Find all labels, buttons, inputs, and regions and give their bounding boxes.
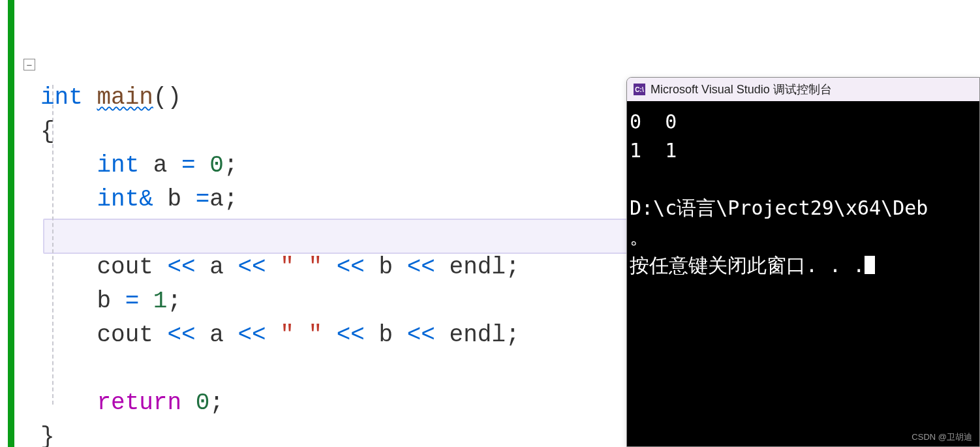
operator-stream: << bbox=[237, 254, 266, 281]
brace-open: { bbox=[40, 118, 55, 145]
keyword-int: int bbox=[97, 186, 139, 213]
operator-assign: = bbox=[181, 152, 196, 179]
ident-b: b bbox=[153, 186, 196, 213]
ident-endl: endl bbox=[435, 254, 506, 281]
watermark: CSDN @卫胡迪 bbox=[911, 431, 972, 443]
ident-a: a bbox=[209, 186, 224, 213]
ident-cout: cout bbox=[97, 254, 167, 281]
parens: () bbox=[153, 84, 181, 111]
ident-b: b bbox=[365, 322, 407, 348]
keyword-int: int bbox=[97, 152, 139, 179]
semicolon: ; bbox=[167, 288, 181, 315]
indent bbox=[40, 254, 97, 281]
operator-stream: << bbox=[407, 322, 435, 348]
indent bbox=[40, 322, 97, 348]
number-one: 1 bbox=[153, 288, 168, 315]
code-editor[interactable]: − int main() { int a = 0; int& b =a; cou… bbox=[21, 0, 980, 447]
operator-stream: << bbox=[237, 322, 266, 348]
number-zero: 0 bbox=[209, 152, 224, 179]
operator-stream: << bbox=[167, 254, 195, 281]
number-zero: 0 bbox=[196, 390, 210, 416]
space bbox=[322, 322, 337, 348]
space bbox=[266, 254, 281, 281]
ident-cout: cout bbox=[97, 322, 167, 348]
semicolon: ; bbox=[224, 152, 238, 179]
operator-stream: << bbox=[167, 322, 195, 348]
space bbox=[196, 152, 210, 179]
indent bbox=[40, 390, 97, 416]
space bbox=[266, 322, 281, 348]
ident-a: a bbox=[139, 152, 181, 179]
change-indicator-bar bbox=[8, 0, 14, 447]
operator-assign: = bbox=[196, 186, 210, 213]
brace-close: } bbox=[40, 424, 55, 447]
keyword-return: return bbox=[97, 390, 181, 416]
keyword-int: int bbox=[40, 84, 83, 111]
code-content[interactable]: int main() { int a = 0; int& b =a; cout … bbox=[40, 47, 980, 447]
ident-endl: endl bbox=[435, 322, 506, 348]
operator-stream: << bbox=[337, 322, 365, 348]
semicolon: ; bbox=[506, 322, 520, 348]
indent bbox=[40, 152, 97, 179]
string-literal: " " bbox=[280, 322, 322, 348]
operator-ref: & bbox=[139, 186, 153, 213]
semicolon: ; bbox=[506, 254, 520, 281]
space bbox=[139, 288, 153, 315]
operator-stream: << bbox=[407, 254, 435, 281]
space bbox=[181, 390, 196, 416]
indent bbox=[40, 186, 97, 213]
operator-stream: << bbox=[337, 254, 365, 281]
space bbox=[322, 254, 337, 281]
ident-a: a bbox=[196, 322, 238, 348]
ident-b: b bbox=[97, 288, 125, 315]
ident-a: a bbox=[196, 254, 238, 281]
semicolon: ; bbox=[209, 390, 224, 416]
ident-b: b bbox=[365, 254, 407, 281]
operator-assign: = bbox=[125, 288, 140, 315]
function-main: main bbox=[97, 84, 153, 111]
string-literal: " " bbox=[280, 254, 322, 281]
semicolon: ; bbox=[224, 186, 238, 213]
indent bbox=[40, 288, 97, 315]
fold-toggle[interactable]: − bbox=[23, 59, 35, 70]
